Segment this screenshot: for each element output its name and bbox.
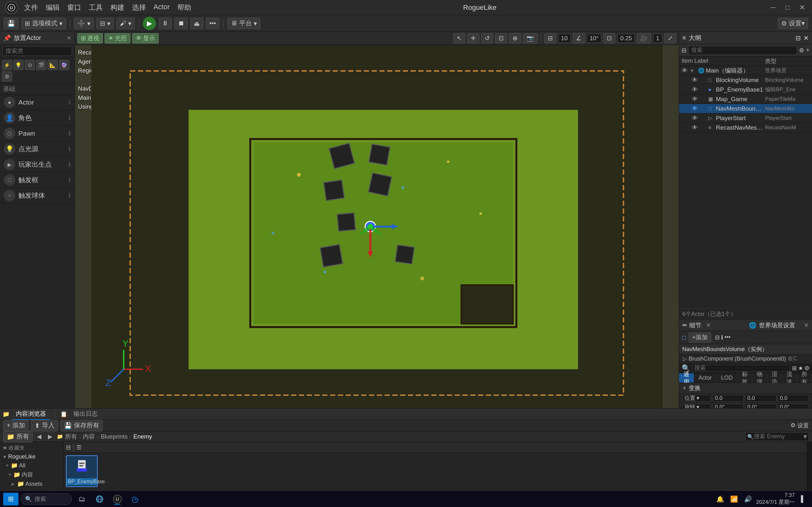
actor-item-actor[interactable]: ● Actor ℹ <box>0 95 74 110</box>
bc-enemy[interactable]: Enemy <box>133 433 152 440</box>
filter-icon[interactable]: ⊟ <box>66 444 71 451</box>
taskbar-volume-icon[interactable]: 🔊 <box>742 493 754 505</box>
outline-search[interactable] <box>688 46 797 55</box>
transform-tool[interactable]: ⊕ <box>509 33 521 43</box>
show-button[interactable]: 👁 显示 <box>132 33 159 43</box>
tree-content[interactable]: ▼ 📁 内容 <box>0 470 63 480</box>
rotate-tool[interactable]: ↺ <box>481 33 493 43</box>
triggerbox-info-icon[interactable]: ℹ <box>68 176 71 183</box>
outline-row-map[interactable]: 👁 ▦ Map_Game PaperTileMa <box>679 95 812 104</box>
pa-icon-0[interactable]: ⚡ <box>2 60 12 70</box>
stop-button[interactable]: ⏹ <box>174 18 188 29</box>
outline-close-icon[interactable]: ✕ <box>803 34 809 42</box>
actor-item-playerstart[interactable]: ▶ 玩家出生点 ℹ <box>0 157 74 172</box>
more-button[interactable]: ••• <box>206 18 219 29</box>
pa-icon-5[interactable]: 🔮 <box>59 60 69 70</box>
cb-settings-icon[interactable]: ⚙ <box>791 422 796 429</box>
tab-all[interactable]: 所有 <box>797 373 812 383</box>
tab-output-log[interactable]: 输出日志 <box>70 408 101 420</box>
menu-actor[interactable]: Actor <box>154 3 170 12</box>
eye-icon[interactable]: 👁 <box>692 86 699 93</box>
actor-item-character[interactable]: 👤 角色 ℹ <box>0 110 74 126</box>
viewport-content[interactable]: RecastNavMesh-Default (Static) AgentRadi… <box>75 45 679 408</box>
tab-actor[interactable]: Actor <box>694 373 716 383</box>
tab-content-browser[interactable]: 内容浏览器 <box>12 408 50 420</box>
eye-icon[interactable]: 👁 <box>692 77 699 83</box>
eject-button[interactable]: ⏏ <box>190 18 203 29</box>
taskbar-show-desktop[interactable]: ▌ <box>798 493 809 505</box>
pa-icon-3[interactable]: 🎬 <box>36 60 46 70</box>
nav-back-icon[interactable]: ◀ <box>35 433 44 441</box>
taskbar-app-browser[interactable] <box>92 493 107 505</box>
place-actor-close[interactable]: ✕ <box>67 35 71 42</box>
world-settings-close-icon[interactable]: ✕ <box>804 322 809 329</box>
outline-row-recast[interactable]: 👁 ≡ RecastNavMesh-Default RecastNavM <box>679 123 812 132</box>
platform-dropdown[interactable]: 🖥 平台 ▾ <box>227 18 260 29</box>
grid-icon[interactable]: ⊞ <box>792 365 797 372</box>
bc-blueprints[interactable]: Blueprints <box>101 433 128 440</box>
tree-all[interactable]: ▼ 📁 All <box>0 461 63 470</box>
cb-import-button[interactable]: ⬆ 导入 <box>31 420 58 431</box>
outline-add-btn[interactable]: + <box>806 47 809 54</box>
ue-logo[interactable]: U <box>5 1 18 14</box>
eye-icon[interactable]: 👁 <box>692 115 699 122</box>
eye-icon[interactable]: 👁 <box>692 105 699 112</box>
outline-settings-btn[interactable]: ⚙ <box>799 47 804 54</box>
add-actor-button[interactable]: ➕ ▾ <box>74 18 94 29</box>
menu-help[interactable]: 帮助 <box>177 3 191 12</box>
lit-button[interactable]: ☀ 光照 <box>105 33 131 43</box>
actor-item-pawn[interactable]: ⬡ Pawn ℹ <box>0 126 74 141</box>
angle-toggle[interactable]: ∠ <box>572 33 585 43</box>
breadcrumb-all-btn[interactable]: 📁 所有 <box>3 431 33 442</box>
triggersphere-info-icon[interactable]: ℹ <box>68 192 71 199</box>
rotation-z[interactable]: 0.0° <box>778 404 809 408</box>
taskbar-app-edge[interactable] <box>128 493 143 505</box>
tab-common[interactable]: 通用 <box>679 373 694 383</box>
pa-icon-4[interactable]: 📐 <box>48 60 58 70</box>
menu-tools[interactable]: 工具 <box>89 3 103 12</box>
taskbar-app-ue[interactable]: U <box>110 493 125 505</box>
outline-filter-icon[interactable]: ⊟ <box>796 34 801 42</box>
menu-window[interactable]: 窗口 <box>67 3 81 12</box>
position-x[interactable]: 0.0 <box>713 395 744 402</box>
playerstart-info-icon[interactable]: ℹ <box>68 161 71 168</box>
eye-icon[interactable]: 👁 <box>681 67 689 74</box>
position-dropdown[interactable]: 位置 ▾ <box>682 395 711 402</box>
actor-info-icon[interactable]: ℹ <box>68 99 71 106</box>
world-settings-header[interactable]: 🌐 世界场景设置 ✕ <box>746 320 812 331</box>
actor-item-triggerbox[interactable]: □ 触发框 ℹ <box>0 172 74 188</box>
tab-tags[interactable]: 标签 <box>738 373 752 383</box>
expand-icon[interactable]: ▼ <box>690 68 697 73</box>
cb-save-button[interactable]: 💾 保存所有 <box>61 420 103 431</box>
taskbar-search[interactable]: 🔍 搜索 <box>21 493 72 505</box>
pa-icon-2[interactable]: ⊙ <box>25 60 35 70</box>
add-component-button[interactable]: +添加 <box>689 332 711 343</box>
cam-toggle[interactable]: 🎥 <box>637 33 651 43</box>
tab-lod[interactable]: LOD <box>716 373 738 383</box>
grid-button[interactable]: ⊟ ▾ <box>96 18 114 29</box>
eye-icon[interactable]: 👁 <box>692 96 699 103</box>
tab-stream[interactable]: 流送 <box>782 373 797 383</box>
bc-content[interactable]: 内容 <box>83 433 95 441</box>
light-info-icon[interactable]: ℹ <box>68 146 71 153</box>
outline-row-playerstart[interactable]: 👁 ▷ PlayerStart PlayerStart <box>679 113 812 123</box>
position-y[interactable]: 0.0 <box>745 395 776 402</box>
close-button[interactable]: ✕ <box>798 3 807 12</box>
taskbar-notification-icon[interactable]: 🔔 <box>714 493 726 505</box>
cb-add-button[interactable]: + 添加 <box>3 420 29 431</box>
eye-icon[interactable]: 👁 <box>692 124 699 131</box>
save-button[interactable]: 💾 <box>4 18 19 29</box>
start-button[interactable]: ⊞ <box>3 493 18 505</box>
position-z[interactable]: 0.0 <box>778 395 809 402</box>
camera-tool[interactable]: 📷 <box>523 33 538 43</box>
perspective-button[interactable]: ⊞ 透视 <box>78 33 103 43</box>
actor-item-triggersphere[interactable]: ○ 触发球体 ℹ <box>0 188 74 204</box>
pause-button[interactable]: ⏸ <box>159 18 172 29</box>
outline-row-blockingvolume[interactable]: 👁 □ BlockingVolume BlockingVolume <box>679 75 812 85</box>
pawn-info-icon[interactable]: ℹ <box>68 130 71 137</box>
nav-fwd-icon[interactable]: ▶ <box>46 433 55 441</box>
details-close-icon[interactable]: ✕ <box>706 322 711 329</box>
pa-icon-1[interactable]: 💡 <box>13 60 23 70</box>
project-item[interactable]: ▼ RogueLike <box>0 452 63 461</box>
menu-build[interactable]: 构建 <box>110 3 124 12</box>
